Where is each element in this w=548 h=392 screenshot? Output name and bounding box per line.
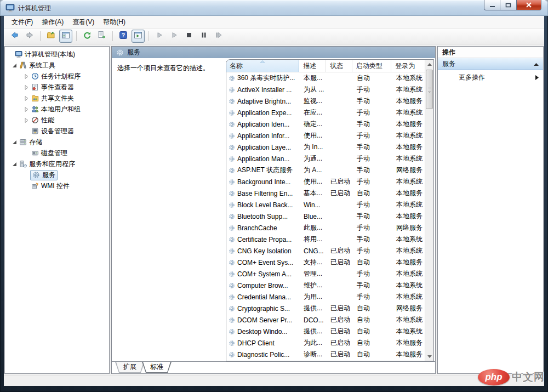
service-row[interactable]: COM+ Event Sys...支持...已启动自动本地服务	[226, 257, 425, 268]
service-row[interactable]: Bluetooth Supp...Blue...手动本地服务	[226, 211, 425, 222]
more-actions-item[interactable]: 更多操作	[438, 70, 543, 84]
service-row[interactable]: Application Expe...在应...手动本地系统	[226, 107, 425, 118]
tree-item-event-viewer[interactable]: 事件查看器	[5, 82, 109, 93]
menu-item-0[interactable]: 文件(F)	[7, 16, 37, 29]
console-tree-pane: 计算机管理(本地)系统工具任务计划程序事件查看器共享文件夹本地用户和组性能设备管…	[4, 46, 110, 374]
service-row[interactable]: DCOM Server Pr...DCO...已启动自动本地系统	[226, 314, 425, 326]
menu-item-2[interactable]: 查看(V)	[68, 16, 99, 29]
export-list-button[interactable]	[95, 30, 109, 43]
wmi-icon	[30, 182, 39, 190]
refresh-button[interactable]	[81, 30, 94, 43]
service-row[interactable]: ActiveX Installer ...为从 ...手动本地系统	[226, 84, 425, 95]
scroll-up-button[interactable]	[425, 60, 433, 69]
service-row[interactable]: Certificate Propa...将用...手动本地系统	[226, 234, 425, 245]
services-icon	[31, 171, 41, 179]
service-cell: 本地系统	[392, 315, 425, 325]
service-row[interactable]: BranchCache此服...手动网络服务	[226, 222, 425, 234]
service-row[interactable]: Application Laye...为 In...手动本地服务	[226, 141, 425, 153]
service-row[interactable]: 360 杀毒实时防护...本服...自动本地系统	[226, 72, 425, 84]
service-row[interactable]: DHCP Client为此...已启动自动本地服务	[226, 337, 425, 349]
menu-item-1[interactable]: 操作(A)	[37, 16, 68, 29]
stop-service-button[interactable]	[182, 30, 196, 43]
service-row[interactable]: CNG Key IsolationCNG...已启动手动本地系统	[226, 245, 425, 257]
scrollbar-thumb[interactable]	[426, 70, 433, 109]
tree-item-services-apps[interactable]: 服务和应用程序	[5, 158, 109, 169]
column-header-logon[interactable]: 登录为	[391, 60, 425, 72]
restore-button[interactable]	[500, 0, 516, 10]
service-row[interactable]: Background Inte...使用...已启动手动本地系统	[226, 176, 425, 188]
expander-expanded-icon[interactable]	[10, 63, 18, 68]
disk-management-icon	[30, 149, 39, 157]
tree-item-label: 服务	[42, 171, 55, 180]
tree-item-storage[interactable]: 存储	[5, 137, 109, 147]
resume-service-button[interactable]	[168, 30, 181, 43]
service-row[interactable]: Adaptive Brightn...监视...手动本地服务	[226, 95, 425, 107]
tree-item-label: 共享文件夹	[41, 94, 74, 103]
column-header-status[interactable]: 状态	[326, 60, 352, 72]
expander-collapsed-icon[interactable]	[22, 106, 30, 112]
tree-item-performance[interactable]: 性能	[5, 115, 109, 126]
services-apps-icon	[18, 160, 27, 168]
menu-item-3[interactable]: 帮助(H)	[99, 16, 130, 29]
service-row[interactable]: Credential Mana...为用...手动本地系统	[226, 291, 425, 303]
service-cell: 自动	[353, 304, 392, 313]
service-name: COM+ System A...	[237, 270, 292, 278]
service-row[interactable]: Desktop Windo...提供...已启动自动本地系统	[226, 326, 425, 337]
service-row[interactable]: COM+ System A...管理...手动本地系统	[226, 268, 425, 280]
actions-group-services[interactable]: 服务	[438, 58, 543, 70]
service-cell: DCO...	[300, 316, 327, 324]
service-row[interactable]: ASP.NET 状态服务为 A...手动网络服务	[226, 164, 425, 176]
help-button[interactable]: ?	[117, 30, 130, 43]
service-row[interactable]: Application Iden...确定...手动本地服务	[226, 118, 425, 130]
tree-item-disk-management[interactable]: 磁盘管理	[5, 147, 109, 158]
tree-item-label: 事件查看器	[41, 83, 74, 92]
tree-item-shared-folders[interactable]: 共享文件夹	[5, 93, 109, 104]
service-row[interactable]: Application Infor...使用...手动本地系统	[226, 130, 425, 141]
toggle-console-tree-button[interactable]	[59, 30, 72, 43]
expander-expanded-icon[interactable]	[10, 139, 18, 145]
tree-item-task-scheduler[interactable]: 任务计划程序	[5, 71, 109, 82]
service-row[interactable]: Application Man...为通...手动本地系统	[226, 153, 425, 164]
expander-collapsed-icon[interactable]	[22, 84, 30, 90]
service-row[interactable]: Block Level Back...Win...手动本地系统	[226, 199, 425, 211]
tree-item-device-manager[interactable]: 设备管理器	[5, 126, 109, 137]
export-folder-button[interactable]	[44, 30, 58, 43]
toggle-action-pane-button[interactable]	[132, 30, 145, 43]
column-header-name[interactable]: 名称	[226, 60, 299, 72]
list-scrollbar[interactable]	[425, 60, 433, 361]
refresh-icon	[83, 31, 92, 42]
service-gear-icon	[229, 190, 235, 197]
tree-item-computer[interactable]: 计算机管理(本地)	[5, 49, 109, 60]
expander-collapsed-icon[interactable]	[22, 73, 30, 79]
tree-item-services[interactable]: 服务	[5, 169, 109, 180]
minimize-button[interactable]	[484, 0, 500, 10]
service-cell: 自动	[353, 189, 392, 198]
forward-button[interactable]	[23, 30, 36, 43]
scroll-up-icon	[427, 63, 432, 66]
back-button[interactable]	[8, 30, 21, 43]
tree-item-wmi[interactable]: WMI 控件	[5, 180, 109, 191]
tab-extended[interactable]: 扩展	[115, 362, 145, 373]
expander-collapsed-icon[interactable]	[22, 117, 30, 123]
tab-standard[interactable]: 标准	[142, 362, 172, 373]
tree-item-tools[interactable]: 系统工具	[5, 60, 109, 71]
service-row[interactable]: Cryptographic S...提供...已启动自动网络服务	[226, 303, 425, 314]
tree-item-label: 系统工具	[29, 61, 55, 70]
title-bar[interactable]: 计算机管理	[0, 0, 548, 16]
close-icon	[526, 2, 532, 8]
service-row[interactable]: Diagnostic Polic...诊断...已启动自动本地服务	[226, 349, 425, 360]
expander-expanded-icon[interactable]	[10, 161, 18, 167]
expander-collapsed-icon[interactable]	[22, 95, 30, 101]
pause-service-button[interactable]	[197, 30, 210, 43]
service-row[interactable]: Base Filtering En...基本...已启动自动本地服务	[226, 188, 425, 199]
column-header-desc[interactable]: 描述	[299, 60, 326, 72]
tree-item-label: 存储	[29, 138, 42, 147]
scroll-down-button[interactable]	[425, 352, 433, 361]
tree-item-local-users[interactable]: 本地用户和组	[5, 104, 109, 115]
service-cell: 本地系统	[392, 281, 425, 290]
close-button[interactable]	[516, 0, 541, 10]
service-row[interactable]: Computer Brow...维护...手动本地系统	[226, 280, 425, 291]
start-service-button[interactable]	[153, 30, 166, 43]
column-header-startup[interactable]: 启动类型	[352, 60, 392, 72]
restart-service-button[interactable]	[212, 30, 225, 43]
